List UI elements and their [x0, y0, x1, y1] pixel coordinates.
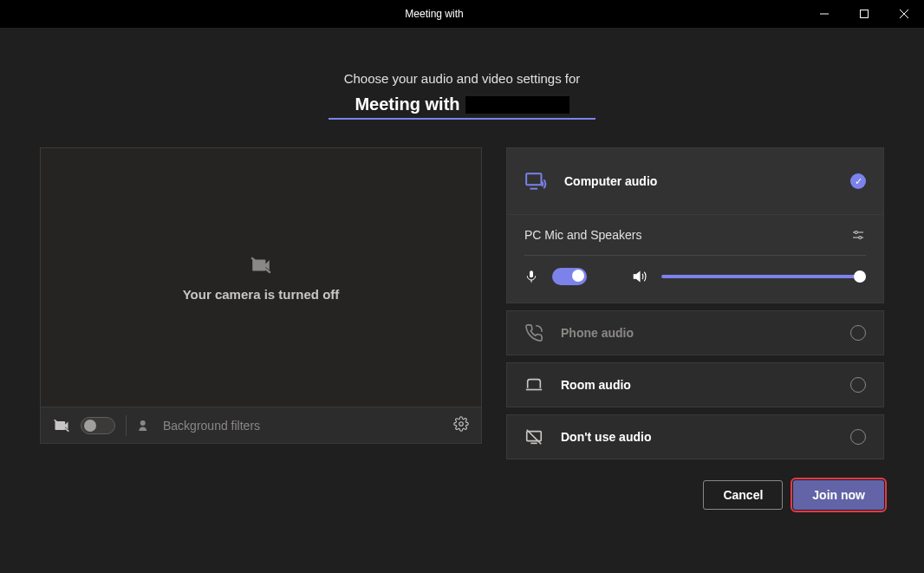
window-controls — [804, 0, 924, 28]
panels: Your camera is turned off Background fil… — [40, 147, 884, 459]
phone-audio-label: Phone audio — [561, 326, 833, 340]
svg-rect-8 — [526, 173, 541, 185]
radio-unchecked — [850, 377, 866, 393]
audio-panel: Computer audio ✓ PC Mic and Speakers — [506, 147, 884, 459]
video-controls-bar: Background filters — [40, 407, 482, 444]
redacted-text — [467, 8, 519, 20]
close-icon — [899, 9, 909, 19]
window-title: Meeting with — [405, 8, 518, 20]
maximize-button[interactable] — [844, 0, 884, 28]
minimize-button[interactable] — [804, 0, 844, 28]
room-audio-label: Room audio — [561, 378, 833, 392]
device-name: PC Mic and Speakers — [524, 228, 641, 242]
window-title-prefix: Meeting with — [405, 8, 463, 20]
titlebar: Meeting with — [0, 0, 924, 28]
meeting-title-prefix: Meeting with — [355, 94, 459, 114]
volume-slider-thumb[interactable] — [854, 270, 866, 283]
video-panel: Your camera is turned off Background fil… — [40, 147, 482, 459]
phone-icon — [524, 323, 543, 342]
mic-volume-row — [524, 268, 866, 285]
radio-unchecked — [850, 325, 866, 341]
svg-point-7 — [459, 421, 464, 426]
computer-audio-label: Computer audio — [564, 174, 833, 188]
background-filters-button[interactable]: Background filters — [163, 419, 443, 433]
maximize-icon — [859, 9, 869, 19]
main-content: Choose your audio and video settings for… — [0, 28, 924, 510]
settings-sliders-icon[interactable] — [850, 227, 866, 243]
no-audio-icon — [524, 427, 543, 446]
redacted-text — [465, 96, 569, 114]
action-buttons: Cancel Join now — [40, 480, 884, 510]
radio-unchecked — [850, 429, 866, 445]
camera-off-icon — [250, 254, 272, 277]
audio-option-room[interactable]: Room audio — [506, 362, 884, 407]
video-preview: Your camera is turned off — [40, 147, 482, 407]
settings-prompt: Choose your audio and video settings for — [344, 71, 581, 86]
svg-point-6 — [140, 420, 146, 426]
gear-icon — [453, 416, 469, 432]
divider — [126, 415, 127, 436]
meeting-title-input[interactable]: Meeting with — [329, 94, 595, 120]
svg-marker-15 — [634, 272, 640, 282]
mic-toggle[interactable] — [552, 268, 587, 285]
computer-audio-icon — [524, 170, 547, 192]
selected-check-icon: ✓ — [850, 173, 866, 189]
audio-option-phone[interactable]: Phone audio — [506, 310, 884, 355]
svg-point-13 — [859, 237, 862, 239]
microphone-icon — [524, 270, 538, 283]
camera-toggle[interactable] — [81, 417, 115, 434]
background-effects-icon — [137, 418, 153, 433]
close-button[interactable] — [884, 0, 924, 28]
room-icon — [524, 375, 543, 394]
camera-off-icon — [53, 417, 70, 434]
minimize-icon — [819, 9, 830, 19]
join-now-button[interactable]: Join now — [793, 480, 884, 510]
no-audio-label: Don't use audio — [561, 430, 833, 444]
device-row: PC Mic and Speakers — [524, 227, 866, 256]
svg-rect-1 — [861, 10, 869, 18]
cancel-button[interactable]: Cancel — [703, 480, 783, 510]
audio-option-none[interactable]: Don't use audio — [506, 414, 884, 459]
speaker-icon — [632, 269, 647, 284]
svg-point-11 — [855, 231, 857, 234]
computer-audio-details: PC Mic and Speakers — [506, 215, 884, 303]
device-settings-button[interactable] — [453, 416, 469, 435]
audio-option-computer[interactable]: Computer audio ✓ — [506, 147, 884, 215]
camera-off-text: Your camera is turned off — [183, 287, 340, 302]
volume-slider[interactable] — [661, 275, 866, 278]
